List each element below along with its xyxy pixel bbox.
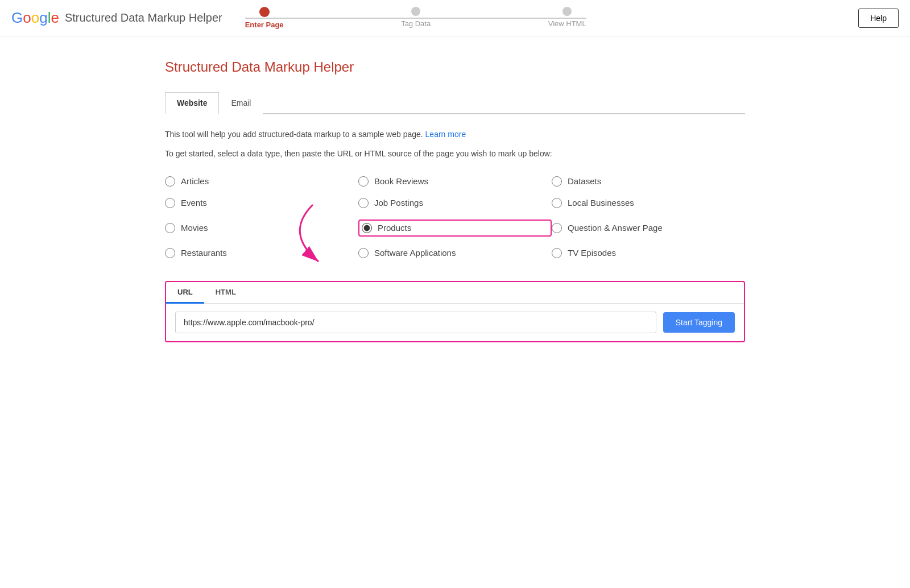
url-section: URL HTML Start Tagging (165, 281, 745, 342)
radio-products[interactable] (362, 223, 372, 233)
progress-bar: Enter Page Tag Data View HTML (245, 7, 586, 29)
label-book-reviews: Book Reviews (374, 176, 428, 186)
main-content: Structured Data Markup Helper Website Em… (85, 59, 825, 342)
radio-book-reviews[interactable] (358, 176, 369, 187)
radio-articles[interactable] (165, 176, 175, 187)
label-local-businesses: Local Businesses (568, 198, 634, 208)
option-tv-episodes[interactable]: TV Episodes (552, 248, 745, 258)
input-tabs: URL HTML (166, 282, 744, 304)
step-enter-page: Enter Page (245, 7, 284, 29)
help-button[interactable]: Help (858, 9, 899, 28)
radio-restaurants[interactable] (165, 248, 175, 258)
step-tag-data: Tag Data (401, 7, 431, 29)
option-articles[interactable]: Articles (165, 176, 358, 187)
label-restaurants: Restaurants (181, 248, 227, 258)
tab-email[interactable]: Email (219, 92, 263, 114)
radio-job-postings[interactable] (358, 198, 369, 208)
progress-steps: Enter Page Tag Data View HTML (245, 7, 586, 29)
radio-movies[interactable] (165, 223, 175, 233)
header: Google Structured Data Markup Helper Ent… (0, 0, 910, 36)
start-tagging-button[interactable]: Start Tagging (663, 312, 735, 333)
label-tv-episodes: TV Episodes (568, 248, 616, 258)
input-tab-url[interactable]: URL (166, 282, 204, 304)
radio-local-businesses[interactable] (552, 198, 562, 208)
radio-software-applications[interactable] (358, 248, 369, 258)
logo-g: G (11, 9, 23, 27)
radio-events[interactable] (165, 198, 175, 208)
data-types-grid: Articles Book Reviews Datasets Events Jo… (165, 176, 745, 258)
option-datasets[interactable]: Datasets (552, 176, 745, 187)
option-local-businesses[interactable]: Local Businesses (552, 198, 745, 208)
step-dot-2 (411, 7, 420, 16)
option-software-applications[interactable]: Software Applications (358, 248, 552, 258)
step-dot-3 (562, 7, 572, 16)
radio-question-answer[interactable] (552, 223, 562, 233)
step-dot-1 (259, 7, 270, 17)
description-main: This tool will help you add structured-d… (165, 130, 423, 139)
option-restaurants[interactable]: Restaurants (165, 248, 358, 258)
label-articles: Articles (181, 176, 209, 186)
google-logo: Google (11, 9, 59, 27)
page-heading: Structured Data Markup Helper (165, 59, 745, 75)
option-job-postings[interactable]: Job Postings (358, 198, 552, 208)
step-label-1: Enter Page (245, 20, 284, 29)
option-products[interactable]: Products (358, 220, 552, 237)
label-job-postings: Job Postings (374, 198, 423, 208)
label-question-answer: Question & Answer Page (568, 223, 663, 233)
label-software-applications: Software Applications (374, 248, 456, 258)
label-datasets: Datasets (568, 176, 601, 186)
label-events: Events (181, 198, 207, 208)
step-view-html: View HTML (548, 7, 586, 29)
radio-tv-episodes[interactable] (552, 248, 562, 258)
option-question-answer[interactable]: Question & Answer Page (552, 220, 745, 237)
learn-more-link[interactable]: Learn more (425, 130, 466, 139)
label-movies: Movies (181, 223, 208, 233)
instruction-text: To get started, select a data type, then… (165, 147, 745, 160)
label-products: Products (378, 223, 411, 233)
url-input-row: Start Tagging (166, 304, 744, 341)
logo-o2: o (31, 9, 39, 27)
app-title: Structured Data Markup Helper (65, 11, 222, 24)
radio-datasets[interactable] (552, 176, 562, 187)
input-tab-html[interactable]: HTML (204, 282, 247, 304)
option-movies[interactable]: Movies (165, 220, 358, 237)
step-label-2: Tag Data (401, 19, 431, 28)
tab-website[interactable]: Website (165, 92, 219, 114)
logo-g2: g (39, 9, 47, 27)
logo-o1: o (23, 9, 31, 27)
option-book-reviews[interactable]: Book Reviews (358, 176, 552, 187)
logo-e: e (51, 9, 59, 27)
description-text: This tool will help you add structured-d… (165, 128, 745, 140)
step-label-3: View HTML (548, 19, 586, 28)
option-events[interactable]: Events (165, 198, 358, 208)
tabs-container: Website Email (165, 92, 745, 114)
url-input[interactable] (175, 312, 656, 333)
